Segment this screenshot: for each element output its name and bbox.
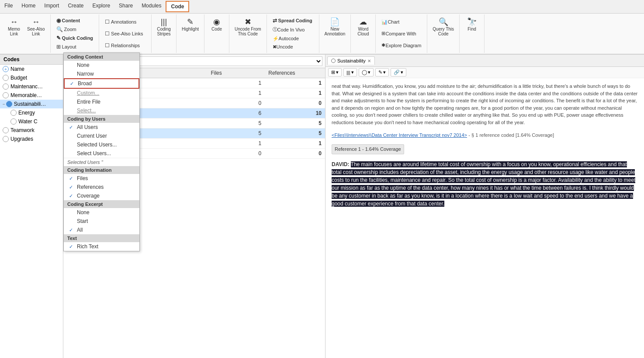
context-narrow-label: Narrow (77, 71, 94, 77)
tab-close-btn[interactable]: ✕ (367, 59, 371, 63)
menu-import[interactable]: Import (40, 1, 63, 12)
ribbon-code-group: ◉ Code (204, 14, 229, 53)
menu-modules[interactable]: Modules (137, 1, 166, 12)
context-select-label: Select... (77, 108, 96, 114)
quick-coding-btn[interactable]: ✎ Quick Coding (54, 34, 96, 42)
context-narrow[interactable]: Narrow (64, 70, 139, 78)
info-references[interactable]: ✓ References (64, 183, 139, 191)
content-tab-sustainability[interactable]: Sustainability ✕ (327, 56, 375, 65)
tab-radio-icon (331, 59, 336, 63)
uncode-from-btn[interactable]: ✖ Uncode FromThis Code (232, 16, 264, 38)
layout-icon: ⊞ (56, 44, 61, 50)
see-also-links-btn[interactable]: ☐ See-Also Links (103, 29, 148, 38)
code-btn[interactable]: ◉ Code (207, 16, 226, 33)
context-select[interactable]: Select... (64, 106, 139, 115)
check-broad: ✓ (70, 81, 76, 87)
check-entire (69, 99, 75, 104)
row-refs-water: 5 (265, 129, 325, 139)
find-btn[interactable]: 🔭 Find (462, 16, 481, 33)
content-btn[interactable]: ◉ Content (54, 16, 96, 25)
excerpt-start-label: Start (77, 218, 88, 224)
query-this-code-btn[interactable]: 🔍 Query ThisCode (430, 16, 457, 38)
ribbon: ↔ MemoLink ↔ See-AlsoLink ◉ Content 🔍 Zo… (0, 14, 644, 55)
explore-diagram-icon: ✱ (381, 42, 385, 48)
uncode-sub-btn[interactable]: ✖ Uncode (270, 43, 315, 51)
zoom-btn[interactable]: 🔍 Zoom (54, 25, 96, 34)
spread-coding-btn[interactable]: ⇄ Spread Coding (270, 16, 315, 25)
info-coverage-label: Coverage (77, 193, 100, 199)
content-body: neat that way. Humidification, you know,… (325, 78, 644, 358)
code-item-energy[interactable]: Energy (8, 108, 63, 117)
memo-label: MemoLink (8, 27, 20, 36)
see-also-link-btn[interactable]: ↔ See-AlsoLink (24, 16, 48, 38)
menu-home[interactable]: Home (17, 1, 40, 12)
code-item-maintenance[interactable]: Maintenanc… (0, 82, 63, 91)
coding-stripes-btn[interactable]: ||| CodingStripes (154, 16, 173, 38)
menu-share[interactable]: Share (114, 1, 137, 12)
info-files[interactable]: ✓ Files (64, 174, 139, 183)
col-header-files[interactable]: Files (207, 68, 265, 78)
menu-code[interactable]: Code (166, 1, 189, 12)
row-files-water: 5 (207, 129, 265, 139)
pen-toolbar-btn[interactable]: ✎ ▾ (375, 68, 389, 76)
excerpt-none[interactable]: None (64, 208, 139, 217)
link-toolbar-btn[interactable]: 🔗 ▾ (391, 68, 406, 76)
code-item-memorable[interactable]: Memorable… (0, 91, 63, 100)
menu-file[interactable]: File (0, 1, 17, 12)
col-header-refs[interactable]: References (265, 68, 325, 78)
code-in-vivo-btn[interactable]: ⓣ Code In Vivo (270, 25, 315, 34)
users-current[interactable]: Current User (64, 132, 139, 140)
check-rich-text: ✓ (69, 244, 75, 250)
explore-diagram-btn[interactable]: ✱ Explore Diagram (379, 41, 423, 49)
users-selected[interactable]: Selected Users... (64, 140, 139, 149)
text-rich[interactable]: ✓ Rich Text (64, 242, 139, 251)
chart-btn[interactable]: 📊 Chart (379, 18, 423, 26)
layout-toolbar-btn[interactable]: ⊞ ▾ (328, 68, 342, 76)
new-annotation-icon: 📄 (330, 18, 339, 26)
compare-with-btn[interactable]: ⊞ Compare With (379, 29, 423, 38)
info-coverage[interactable]: ✓ Coverage (64, 191, 139, 200)
uncode-sub-icon: ✖ (273, 44, 277, 50)
annotations-btn[interactable]: ☐ Annotations (103, 17, 148, 26)
content-icon: ◉ (56, 17, 61, 24)
coding-context-header: Coding Context (64, 55, 139, 61)
highlight-btn[interactable]: ✎ Highlight (179, 16, 201, 33)
row-refs: 1 (265, 139, 325, 149)
uncode-from-label: Uncode FromThis Code (235, 27, 261, 36)
relationships-btn[interactable]: ☐ Relationships (103, 41, 148, 50)
word-cloud-btn[interactable]: ☁ WordCloud (353, 16, 373, 38)
users-all[interactable]: ✓ All Users (64, 123, 139, 132)
circle-toolbar-btn[interactable]: ◯ ▾ (359, 68, 374, 76)
code-item-upgrades[interactable]: Upgrades (0, 135, 63, 143)
code-item-teamwork[interactable]: Teamwork (0, 126, 63, 135)
file-link[interactable]: <Files\\Interviews\\Data Center Intervie… (332, 132, 467, 138)
row-files: 0 (207, 98, 265, 108)
code-item-water[interactable]: Water C (8, 117, 63, 126)
check-current-user (69, 133, 75, 139)
memo-link-btn[interactable]: ↔ MemoLink (4, 16, 24, 38)
check-none (69, 63, 75, 68)
context-custom[interactable]: Custom... (64, 89, 139, 97)
excerpt-start[interactable]: Start (64, 217, 139, 226)
menu-explore[interactable]: Explore (88, 1, 114, 12)
reference-badge: Reference 1 - 1.64% Coverage (332, 144, 404, 154)
code-item-name[interactable]: + Name (0, 65, 63, 73)
circle-toolbar-label: ▾ (368, 70, 370, 75)
users-select[interactable]: Select Users... (64, 149, 139, 158)
context-broad[interactable]: ✓ Broad (64, 78, 139, 89)
excerpt-all[interactable]: ✓ All (64, 226, 139, 234)
see-also-links-icon: ☐ (105, 31, 110, 37)
autocode-btn[interactable]: ⚡ Autocode (270, 35, 315, 43)
stripes-toolbar-btn[interactable]: ||| ▾ (343, 68, 357, 76)
code-item-sustainability[interactable]: − Sustainabili… (0, 100, 63, 108)
layout-btn[interactable]: ⊞ Layout (54, 42, 96, 51)
context-entire-file[interactable]: Entire File (64, 97, 139, 106)
row-refs: 0 (265, 149, 325, 159)
info-references-label: References (77, 184, 104, 190)
code-item-budget[interactable]: Budget (0, 73, 63, 82)
context-none[interactable]: None (64, 61, 139, 70)
menu-create[interactable]: Create (63, 1, 88, 12)
word-cloud-label: WordCloud (357, 27, 369, 36)
new-annotation-btn[interactable]: 📄 NewAnnotation (322, 16, 348, 38)
code-radio-icon-maintenance (3, 83, 9, 90)
